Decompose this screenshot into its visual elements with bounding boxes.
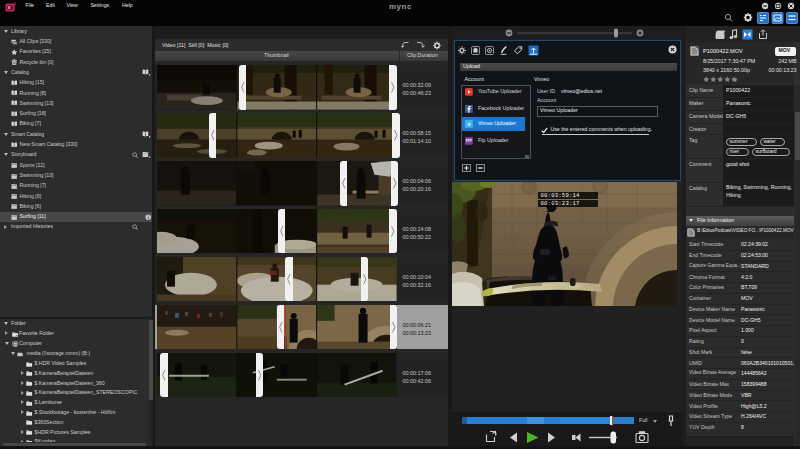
svg-text:v: v [467,121,470,127]
svg-text:FTP: FTP [466,140,472,144]
